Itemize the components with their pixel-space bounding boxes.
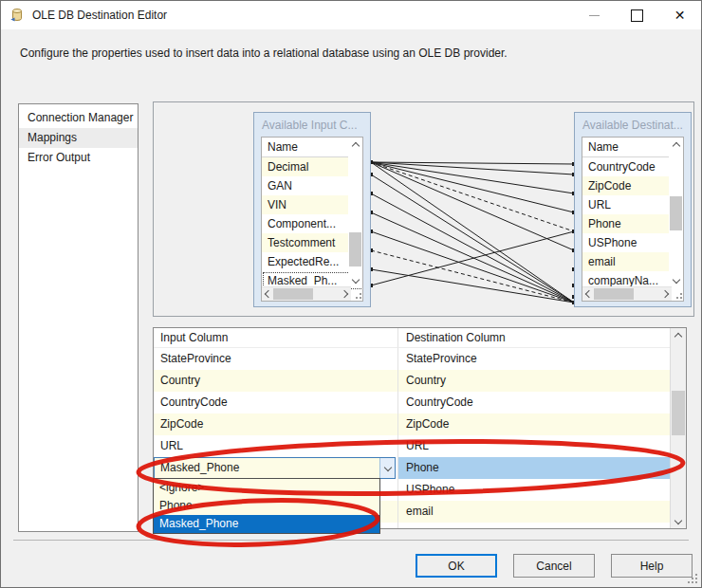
scroll-right-icon[interactable]: [660, 291, 672, 297]
scroll-up-icon[interactable]: [669, 138, 683, 151]
nav-item-mappings[interactable]: Mappings: [19, 128, 138, 148]
scroll-right-icon[interactable]: [340, 291, 351, 297]
scroll-up-icon[interactable]: [348, 138, 362, 151]
scroll-down-icon[interactable]: [348, 274, 362, 287]
destination-cell[interactable]: CountryCode: [398, 392, 670, 413]
dropdown-item-ignore[interactable]: <ignore>: [154, 479, 379, 497]
input-column-header[interactable]: Input Column: [154, 328, 398, 348]
table-row-editing[interactable]: Masked_Phone Phone: [154, 457, 670, 479]
destination-cell-selected[interactable]: Phone: [398, 457, 670, 479]
pages-list: Connection Manager Mappings Error Output: [18, 103, 139, 532]
table-row[interactable]: StateProvince StateProvince: [154, 348, 670, 370]
scrollbar-thumb[interactable]: [594, 288, 634, 300]
input-cell[interactable]: ZipCode: [154, 413, 398, 435]
database-icon: [9, 8, 25, 23]
input-column-dropdown: <ignore> Phone Masked_Phone: [153, 478, 380, 534]
titlebar: OLE DB Destination Editor ✕: [1, 1, 701, 29]
destination-cell[interactable]: StateProvince: [398, 348, 670, 370]
help-button[interactable]: Help: [611, 554, 693, 578]
minimize-button[interactable]: [573, 1, 616, 29]
input-list-horizontal-scrollbar[interactable]: [262, 286, 351, 301]
input-cell[interactable]: URL: [154, 435, 398, 457]
table-row[interactable]: Country Country: [154, 370, 670, 392]
input-cell[interactable]: Country: [154, 370, 398, 392]
destination-cell[interactable]: URL: [398, 435, 670, 457]
close-icon: ✕: [674, 9, 686, 22]
maximize-button[interactable]: [616, 1, 658, 29]
ok-button[interactable]: OK: [416, 554, 497, 578]
scroll-left-icon[interactable]: [262, 291, 273, 297]
input-list-vertical-scrollbar[interactable]: [348, 138, 362, 287]
close-button[interactable]: ✕: [658, 1, 701, 29]
ole-db-destination-editor-dialog: OLE DB Destination Editor ✕ Configure th…: [0, 0, 702, 588]
destination-columns-list: Name CountryCode ZipCode URL Phone USPho…: [582, 137, 684, 302]
scrollbar-thumb[interactable]: [349, 232, 361, 266]
table-row[interactable]: URL URL: [154, 435, 670, 457]
scroll-down-icon[interactable]: [671, 514, 686, 528]
window-resize-grip[interactable]: [687, 573, 697, 583]
nav-item-connection-manager[interactable]: Connection Manager: [19, 108, 138, 128]
destination-column-header[interactable]: Destination Column: [398, 328, 670, 348]
scroll-up-icon[interactable]: [671, 328, 686, 342]
input-columns-list: Name Decimal GAN VIN Component... Testco…: [261, 137, 363, 302]
destination-list-vertical-scrollbar[interactable]: [669, 138, 683, 287]
scrollbar-thumb[interactable]: [672, 391, 685, 435]
input-column-combobox[interactable]: Masked_Phone: [154, 457, 396, 479]
scrollbar-thumb[interactable]: [273, 288, 313, 300]
available-destination-columns-title: Available Destinat...: [575, 113, 691, 135]
nav-item-error-output[interactable]: Error Output: [19, 148, 138, 168]
scroll-left-icon[interactable]: [582, 291, 594, 297]
destination-list-horizontal-scrollbar[interactable]: [582, 286, 672, 301]
scroll-down-icon[interactable]: [669, 274, 683, 287]
available-input-columns-title: Available Input C...: [254, 113, 370, 135]
dialog-description: Configure the properties used to insert …: [20, 46, 686, 60]
table-header-row: Input Column Destination Column: [154, 328, 670, 348]
available-destination-columns-box[interactable]: Available Destinat... Name CountryCode Z…: [574, 112, 692, 307]
destination-cell[interactable]: email: [398, 501, 670, 523]
destination-cell[interactable]: companyName: [398, 523, 670, 528]
cancel-button[interactable]: Cancel: [513, 554, 595, 578]
chevron-down-icon: [383, 463, 391, 470]
maximize-icon: [631, 9, 643, 22]
resize-grip-icon: [353, 290, 361, 299]
table-row[interactable]: ZipCode ZipCode: [154, 413, 670, 435]
resize-grip-icon: [674, 290, 682, 299]
input-cell[interactable]: CountryCode: [154, 392, 398, 413]
dropdown-item-masked-phone[interactable]: Masked_Phone: [154, 515, 379, 533]
input-cell[interactable]: StateProvince: [154, 348, 398, 370]
window-title: OLE DB Destination Editor: [32, 9, 167, 22]
combobox-value: Masked_Phone: [160, 461, 239, 474]
destination-cell[interactable]: USPhone: [398, 479, 670, 501]
separator-line: [13, 540, 689, 541]
table-vertical-scrollbar[interactable]: [670, 328, 686, 528]
dropdown-item-phone[interactable]: Phone: [154, 497, 379, 515]
combobox-dropdown-button[interactable]: [379, 458, 395, 478]
destination-cell[interactable]: Country: [398, 370, 670, 392]
window-controls: ✕: [573, 1, 701, 29]
table-row[interactable]: CountryCode CountryCode: [154, 392, 670, 413]
scrollbar-thumb[interactable]: [670, 196, 682, 230]
minimize-icon: [589, 15, 600, 16]
destination-cell[interactable]: ZipCode: [398, 413, 670, 435]
available-input-columns-box[interactable]: Available Input C... Name Decimal GAN VI…: [253, 112, 371, 307]
